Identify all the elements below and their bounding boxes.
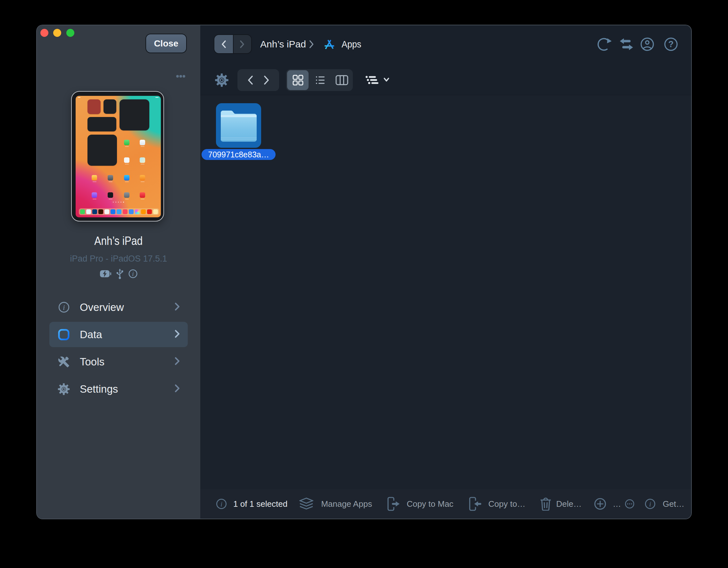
svg-text:i: i: [132, 270, 134, 277]
svg-text:i: i: [220, 500, 222, 508]
svg-text:i: i: [63, 304, 65, 312]
svg-text:?: ?: [668, 39, 674, 49]
svg-text:i: i: [649, 500, 651, 508]
